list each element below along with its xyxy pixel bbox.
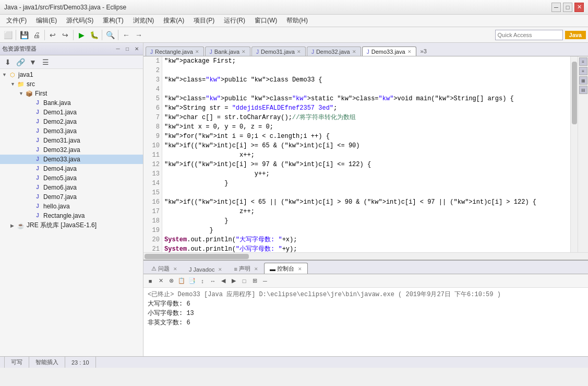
editor-tab-Demo31.java[interactable]: JDemo31.java✕: [251, 46, 306, 56]
tree-icon: ⬡: [8, 71, 17, 79]
code-area[interactable]: "kw">package First; "kw">class="kw">publ…: [162, 56, 570, 252]
bottom-toolbar-btn-11[interactable]: ─: [260, 276, 270, 286]
panel-maximize-btn[interactable]: □: [123, 45, 131, 53]
tree-item-Demo31.java[interactable]: JDemo31.java: [0, 136, 143, 145]
pkg-filter-btn[interactable]: ▼: [27, 56, 39, 68]
quick-access-box: Java: [495, 30, 586, 40]
tree-item-Demo7.java[interactable]: JDemo7.java: [0, 192, 143, 202]
tree-item-Rectangle.java[interactable]: JRectangle.java: [0, 211, 143, 220]
menu-item-文件(F)[interactable]: 文件(F): [2, 15, 31, 26]
bottom-tab-声明[interactable]: ≡声明✕: [228, 263, 263, 274]
tree-item-Demo4.java[interactable]: JDemo4.java: [0, 164, 143, 173]
bottom-toolbar-btn-3[interactable]: 📋: [177, 276, 186, 286]
bottom-tab-close[interactable]: ✕: [254, 266, 258, 272]
tree-item-src[interactable]: ▼📁src: [0, 79, 143, 89]
tab-close[interactable]: ✕: [195, 49, 199, 54]
bottom-tab-问题[interactable]: ⚠问题✕: [146, 263, 183, 274]
menu-item-项目(P)[interactable]: 项目(P): [189, 15, 219, 26]
close-button[interactable]: ✕: [574, 3, 584, 12]
bottom-toolbar-btn-7[interactable]: ◀: [219, 276, 228, 286]
right-icon-1[interactable]: ≡: [579, 57, 587, 66]
bottom-tab-close[interactable]: ✕: [218, 267, 222, 272]
bottom-toolbar-btn-5[interactable]: ↕: [198, 276, 207, 286]
menu-item-帮助(H)[interactable]: 帮助(H): [282, 15, 312, 26]
pkg-menu-btn[interactable]: ☰: [40, 56, 51, 68]
bottom-tab-icon: ≡: [234, 266, 237, 272]
bottom-toolbar-btn-0[interactable]: ■: [146, 276, 155, 286]
tree-item-Bank.java[interactable]: JBank.java: [0, 98, 143, 108]
tree-item-Demo6.java[interactable]: JDemo6.java: [0, 183, 143, 192]
tree-item-Demo3.java[interactable]: JDemo3.java: [0, 126, 143, 136]
menu-item-搜索(A)[interactable]: 搜索(A): [159, 15, 188, 26]
pkg-link-btn[interactable]: 🔗: [15, 56, 26, 68]
tree-item-Demo33.java[interactable]: JDemo33.java: [0, 155, 143, 164]
menu-item-运行(R)[interactable]: 运行(R): [220, 15, 249, 26]
quick-access-input[interactable]: [495, 30, 563, 40]
menu-item-窗口(W)[interactable]: 窗口(W): [250, 15, 281, 26]
toolbar-run-btn[interactable]: ▶: [76, 29, 87, 41]
bottom-tab-close[interactable]: ✕: [298, 266, 302, 272]
line-number-9: 9: [143, 132, 160, 141]
editor-tab-Rectangle.java[interactable]: JRectangle.java✕: [146, 46, 204, 56]
pkg-explorer-toolbar: ⬇ 🔗 ▼ ☰: [0, 55, 143, 69]
tree-icon: J: [33, 99, 42, 107]
toolbar-redo-btn[interactable]: ↪: [59, 29, 71, 41]
tab-label: Rectangle.java: [155, 49, 193, 55]
panel-minimize-btn[interactable]: ─: [114, 45, 122, 53]
tree-item-Demo2.java[interactable]: JDemo2.java: [0, 117, 143, 126]
tab-close[interactable]: ✕: [352, 49, 356, 54]
right-icon-2[interactable]: ≡: [579, 67, 587, 75]
bottom-toolbar-btn-2[interactable]: ⊗: [166, 276, 176, 286]
editor-scrollbar[interactable]: [570, 56, 578, 252]
right-icon-3[interactable]: ▦: [579, 76, 587, 85]
tree-item-Demo5.java[interactable]: JDemo5.java: [0, 173, 143, 183]
line-number-14: 14: [143, 179, 160, 188]
bottom-toolbar-btn-6[interactable]: ↔: [208, 276, 218, 286]
tab-close[interactable]: ✕: [407, 49, 412, 54]
toolbar-fwd-btn[interactable]: →: [133, 29, 145, 41]
bottom-tab-label: 控制台: [277, 265, 294, 273]
menu-item-编辑(E)[interactable]: 编辑(E): [32, 15, 61, 26]
maximize-button[interactable]: □: [563, 3, 572, 12]
toolbar-new-btn[interactable]: ⬜: [2, 29, 14, 41]
bottom-tab-控制台[interactable]: ▬控制台✕: [264, 263, 308, 274]
bottom-toolbar-btn-10[interactable]: ⊞: [250, 276, 259, 286]
bottom-tab-icon: ▬: [270, 266, 275, 272]
tree-label: Demo4.java: [43, 165, 77, 172]
minimize-button[interactable]: ─: [551, 3, 561, 12]
tree-item-hello.java[interactable]: Jhello.java: [0, 202, 143, 211]
bottom-toolbar-btn-9[interactable]: □: [239, 276, 249, 286]
editor-hscroll[interactable]: [143, 252, 588, 260]
toolbar-undo-btn[interactable]: ↩: [47, 29, 58, 41]
tab-close[interactable]: ✕: [297, 49, 301, 54]
panel-close-btn[interactable]: ✕: [133, 45, 141, 53]
toolbar-debug-btn[interactable]: 🐛: [88, 29, 100, 41]
toolbar-save-btn[interactable]: 💾: [18, 29, 30, 41]
editor-tab-Demo33.java[interactable]: JDemo33.java✕: [362, 46, 416, 56]
right-icon-4[interactable]: ▤: [579, 86, 587, 94]
toolbar-print-btn[interactable]: 🖨: [31, 29, 42, 41]
toolbar-back-btn[interactable]: ←: [121, 29, 132, 41]
bottom-toolbar-btn-4[interactable]: 📑: [187, 276, 197, 286]
tree-item-JRE[interactable]: ▶☕JRE 系统库 [JavaSE-1.6]: [0, 220, 143, 230]
editor-tab-Bank.java[interactable]: JBank.java✕: [205, 46, 250, 56]
tree-icon: J: [33, 174, 42, 182]
bottom-tab-Javadoc[interactable]: JJavadoc✕: [183, 264, 228, 274]
tree-item-Demo1.java[interactable]: JDemo1.java: [0, 108, 143, 117]
toolbar-search-btn[interactable]: 🔍: [104, 29, 116, 41]
editor-tab-Demo32.java[interactable]: JDemo32.java✕: [307, 46, 361, 56]
menu-item-重构(T)[interactable]: 重构(T): [99, 15, 127, 26]
tree-item-First[interactable]: ▼📦First: [0, 89, 143, 98]
tab-close[interactable]: ✕: [242, 49, 246, 54]
pkg-collapse-btn[interactable]: ⬇: [2, 56, 14, 68]
menu-item-源代码(S)[interactable]: 源代码(S): [62, 15, 98, 26]
bottom-tab-close[interactable]: ✕: [173, 266, 177, 272]
menu-item-浏览(N)[interactable]: 浏览(N): [129, 15, 159, 26]
tree-item-Demo32.java[interactable]: JDemo32.java: [0, 145, 143, 155]
console-header: <已终止> Demo33 [Java 应用程序] D:\eclipse\ecli…: [148, 290, 584, 299]
tab-overflow[interactable]: »3: [417, 46, 430, 56]
tree-item-java1[interactable]: ▼⬡java1: [0, 70, 143, 79]
bottom-toolbar-btn-8[interactable]: ▶: [229, 276, 238, 286]
bottom-toolbar-btn-1[interactable]: ✕: [156, 276, 165, 286]
tree-label: Demo2.java: [43, 118, 77, 125]
